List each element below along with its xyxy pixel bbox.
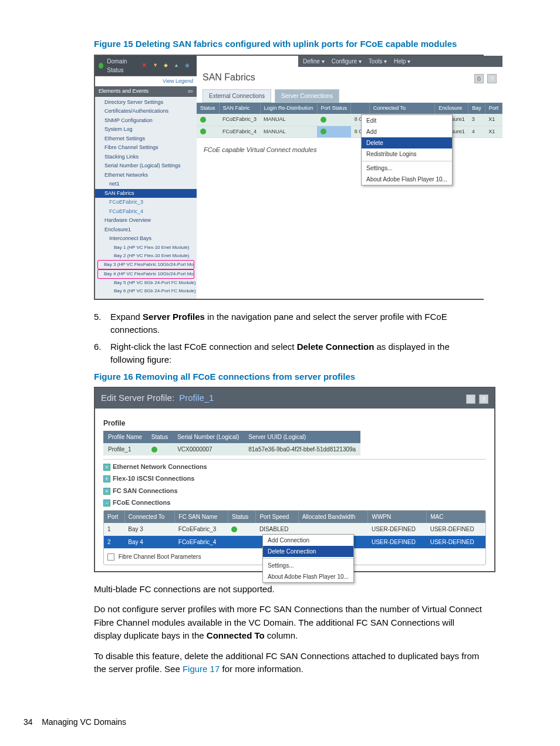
text: Connected To [207, 630, 265, 640]
context-redistribute[interactable]: Redistribute Logins [362, 148, 452, 160]
col-speed [351, 103, 370, 114]
context-settings[interactable]: Settings... [263, 560, 353, 571]
side-item-bay4[interactable]: Bay 4 (HP VC FlexFabric 10Gb/24-Port Mod… [97, 269, 194, 279]
col: Serial Number (Logical) [173, 431, 244, 443]
section-iscsi[interactable]: +Flex-10 iSCSI Connections [103, 474, 486, 484]
table-row[interactable]: FCoEFabric_4 MANUAL 8 Gb 51:08:05:F3:00:… [197, 126, 502, 138]
text: Server Profiles [143, 312, 205, 322]
col-portstatus: Port Status [317, 103, 351, 114]
figure-17-link[interactable]: Figure 17 [183, 664, 220, 674]
cell: FCoEFabric_3 [219, 114, 260, 126]
main-title: SAN Fabrics [203, 70, 255, 85]
cell: 81a57e36-9ba0-4f2f-bbef-51dd8121309a [244, 443, 360, 455]
side-item[interactable]: Bay 2 (HP VC Flex-10 Enet Module) [95, 252, 197, 260]
col: Connected To [124, 511, 174, 523]
col: MAC [427, 511, 485, 523]
section-fcoe[interactable]: -FCoE Connections [103, 498, 486, 508]
tab-external-connections[interactable]: External Connections [203, 89, 271, 103]
col: WWPN [368, 511, 427, 523]
context-edit[interactable]: Edit [362, 115, 452, 126]
section-ethernet[interactable]: +Ethernet Network Connections [103, 459, 486, 472]
menu-configure[interactable]: Configure ▾ [332, 57, 362, 66]
side-item[interactable]: SNMP Configuration [95, 116, 197, 126]
col: Status [228, 511, 255, 523]
col: Allocated Bandwidth [298, 511, 368, 523]
view-legend-link[interactable]: View Legend [95, 76, 197, 87]
section-title: Managing VC Domains [42, 717, 126, 727]
side-item[interactable]: Hardware Overview [95, 216, 197, 225]
cell: 2 [104, 535, 124, 548]
side-item[interactable]: Stacking Links [95, 153, 197, 162]
table-row[interactable]: FCoEFabric_3 MANUAL 8 Gb 51:08:05:F3:00:… [197, 114, 502, 126]
side-item-san-fabrics[interactable]: SAN Fabrics [95, 189, 197, 198]
side-item[interactable]: Bay 6 (HP VC 8Gb 24-Port FC Module) [95, 287, 197, 295]
cell: USER-DEFINED [368, 535, 427, 548]
cell: FCoEFabric_3 [175, 523, 228, 536]
fc-boot-checkbox[interactable] [107, 553, 114, 561]
collapse-icon[interactable]: ▭ [188, 87, 193, 96]
other-icon: ▲ [174, 62, 179, 70]
expand-icon: + [103, 464, 110, 471]
context-add-connection[interactable]: Add Connection [263, 535, 353, 546]
section-fc-san[interactable]: +FC SAN Connections [103, 486, 486, 496]
cell: Profile_1 [103, 443, 147, 455]
menu-define[interactable]: Define ▾ [303, 57, 325, 66]
side-item[interactable]: Bay 5 (HP VC 8Gb 24-Port FC Module) [95, 279, 197, 287]
context-about[interactable]: About Adobe Flash Player 10... [263, 571, 353, 582]
col-port: Port [485, 103, 502, 114]
tab-server-connections[interactable]: Server Connections [275, 89, 339, 103]
fcoe-modules-label: FCoE capable Virtual Connect modules [197, 140, 502, 160]
label: Flex-10 iSCSI Connections [113, 475, 194, 482]
side-item[interactable]: Ethernet Networks [95, 171, 197, 180]
context-delete-connection[interactable]: Delete Connection [263, 546, 353, 557]
col-connectedto: Connected To [369, 103, 435, 114]
context-settings[interactable]: Settings... [362, 163, 452, 174]
side-item[interactable]: Directory Server Settings [95, 98, 197, 107]
expand-icon: + [103, 488, 110, 495]
context-add[interactable]: Add [362, 126, 452, 137]
side-item[interactable]: net1 [95, 180, 197, 189]
side-item[interactable]: Interconnect Bays [95, 234, 197, 244]
info-icon: ◆ [164, 62, 168, 70]
side-item[interactable]: Ethernet Settings [95, 134, 197, 144]
status-ok-icon [99, 63, 103, 69]
menu-tools[interactable]: Tools ▾ [369, 57, 387, 66]
side-item[interactable]: FCoEFabric_4 [95, 207, 197, 217]
help-icon[interactable]: ? [487, 74, 497, 83]
step-6: 6. Right-click the last FCoE connection … [94, 340, 484, 367]
warn-icon: ▼ [153, 62, 158, 70]
print-icon[interactable]: ⎙ [466, 394, 475, 404]
screenshot-san-fabrics: Domain Status ✖ ▼ ◆ ▲ ◉ View Legend Elem… [94, 55, 484, 300]
step-num: 6. [94, 340, 102, 354]
fc-boot-label: Fibre Channel Boot Parameters [119, 553, 201, 560]
menu-help[interactable]: Help ▾ [394, 57, 410, 66]
s2-title-name: Profile_1 [179, 393, 214, 403]
side-item[interactable]: FCoEFabric_3 [95, 198, 197, 207]
status-ok-icon [321, 129, 326, 134]
cell: 3 [468, 114, 485, 126]
cell: FCoEFabric_4 [175, 535, 228, 548]
side-item[interactable]: Serial Number (Logical) Settings [95, 161, 197, 171]
side-item[interactable]: Bay 1 (HP VC Flex-10 Enet Module) [95, 244, 197, 252]
separator [263, 558, 353, 559]
cell: Bay 3 [124, 523, 174, 536]
status-ok-icon [321, 117, 326, 123]
side-item-bay3[interactable]: Bay 3 (HP VC FlexFabric 10Gb/24-Port Mod… [97, 260, 194, 269]
col: Port Speed [256, 511, 298, 523]
cell: MANUAL [260, 114, 317, 126]
col: Profile Name [103, 431, 147, 443]
cell: USER-DEFINED [368, 523, 427, 536]
cell: 4 [468, 126, 485, 138]
side-item[interactable]: Fibre Channel Settings [95, 143, 197, 153]
print-icon[interactable]: ⎙ [474, 74, 484, 83]
col-bay: Bay [468, 103, 485, 114]
cell: X1 [485, 126, 502, 138]
side-item[interactable]: Certificates/Authentications [95, 107, 197, 116]
help-icon[interactable]: ? [479, 394, 488, 404]
side-item[interactable]: System Log [95, 125, 197, 134]
text: column. [265, 630, 298, 640]
context-about[interactable]: About Adobe Flash Player 10... [362, 174, 452, 185]
side-item[interactable]: Enclosure1 [95, 225, 197, 235]
cell: USER-DEFINED [427, 523, 485, 536]
context-delete[interactable]: Delete [362, 137, 452, 148]
